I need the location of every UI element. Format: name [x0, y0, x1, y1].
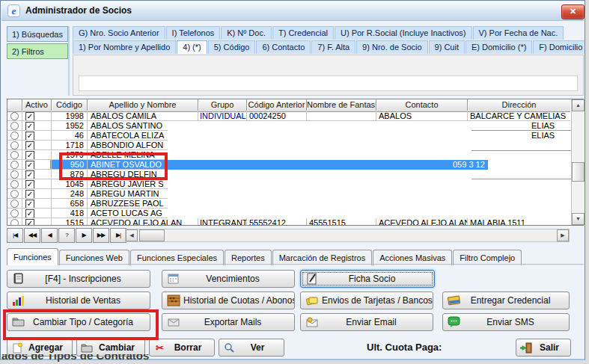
close-icon: ✕ [570, 7, 576, 16]
envios-tarjetas-button[interactable]: Envios de Tarjetas / Bancos [300, 291, 433, 309]
tab-telefonos[interactable]: I) Telefonos [166, 26, 221, 40]
entregar-credencial-label: Entregar Credencial [464, 295, 569, 306]
left-arrow-icon: ◀ [129, 232, 133, 238]
tab-domicilio-cob[interactable]: F) Domicilio Cob. [533, 40, 585, 54]
borrar-label: Borrar [169, 342, 214, 353]
table-row[interactable]: ✓ 1998 ABALOS CAMILA INDIVIDUAL 00024250… [7, 111, 570, 121]
tab-por-fecha-nac[interactable]: V) Por Fecha de Nac. [473, 26, 564, 40]
horizontal-scroll-thumb[interactable] [139, 229, 165, 241]
close-button[interactable]: ✕ [561, 4, 585, 19]
historial-ventas-button[interactable]: Historial de Ventas [7, 291, 150, 309]
vencimientos-button[interactable]: Vencimientos [162, 270, 295, 288]
table-row[interactable]: ✓ 1515 ACEVEDO ALEJO ALAN INTEGRANT 5555… [7, 218, 570, 226]
annotation-box-cambiar-tipo [3, 309, 159, 340]
inscripciones-button[interactable]: [F4] - Inscripciones [7, 270, 150, 288]
exportar-mails-button[interactable]: Exportar Mails [162, 313, 295, 331]
col-direccion[interactable]: Dirección [468, 99, 570, 111]
envelope-icon [167, 316, 180, 328]
tab-funciones[interactable]: Funciones [7, 248, 58, 265]
table-row[interactable]: ✓ 1045 ABREGU JAVIER S [7, 179, 570, 189]
col-codigo[interactable]: Código [52, 99, 88, 111]
col-contacto[interactable]: Contacto [376, 99, 468, 111]
tab-funciones-web[interactable]: Funciones Web [59, 250, 129, 265]
historial-ventas-label: Historial de Ventas [28, 295, 150, 306]
tab-filtros[interactable]: 2) Filtros [7, 43, 68, 59]
nav-next-button[interactable]: ▶ [76, 228, 92, 243]
nav-fast-forward-button[interactable]: ▶▶ [93, 228, 109, 243]
table-row[interactable]: ✓ 1718 ABBONDIO ALFON [7, 141, 570, 150]
col-activo[interactable]: Activo [22, 99, 52, 111]
artifact-line [471, 130, 575, 131]
table-row[interactable]: ✓ 658 ABRUZZESE PAOL [7, 199, 570, 209]
scroll-up-button[interactable]: ▲ [572, 99, 585, 111]
nav-last-button[interactable]: ▶| [110, 228, 126, 243]
record-navigator: |◀ ◀◀ ◀ ? ▶ ▶▶ ▶| ◀ ▶ [7, 228, 584, 243]
vencimientos-label: Vencimientos [183, 274, 294, 284]
table-row[interactable]: ✓ 46 ABATECOLA ELIZA ELIAS [7, 131, 570, 141]
tab-nro-de-socio[interactable]: 9) Nro. de Socio [356, 40, 427, 54]
redraw-artifact-text: ELIAS [531, 131, 555, 140]
scroll-right-button[interactable]: ▶ [557, 229, 569, 241]
window-title: Administrador de Socios [25, 5, 132, 16]
col-apellido-nombre[interactable]: Apellido y Nombre [88, 99, 198, 111]
nav-fast-back-button[interactable]: ◀◀ [24, 228, 40, 243]
tab-nro-socio-anterior[interactable]: G) Nro. Socio Anterior [73, 26, 165, 40]
tab-acciones-masivas[interactable]: Acciones Masivas [373, 250, 452, 265]
tab-contacto[interactable]: 6) Contacto [256, 40, 311, 54]
col-grupo[interactable]: Grupo [198, 99, 247, 111]
radio-icon [10, 161, 19, 169]
col-radio[interactable] [7, 99, 22, 111]
historial-cuotas-button[interactable]: Historial de Cuotas / Abonos [162, 291, 295, 309]
enviar-sms-label: Enviar SMS [464, 317, 569, 327]
nav-first-button[interactable]: |◀ [7, 228, 23, 243]
horizontal-scrollbar[interactable]: ◀ ▶ [125, 229, 570, 242]
tab-credencial[interactable]: T) Credencial [272, 26, 334, 40]
app-icon: e [7, 4, 20, 17]
tab-reportes[interactable]: Reportes [225, 250, 272, 265]
envios-tarjetas-label: Envios de Tarjetas / Bancos [322, 295, 433, 306]
tab-cuit[interactable]: 9) Cuit [429, 40, 465, 54]
radio-icon [10, 170, 19, 179]
tab-f-alta[interactable]: 7) F. Alta [311, 40, 355, 54]
filter-search-input[interactable] [79, 75, 578, 91]
nav-search-button[interactable]: ? [58, 228, 75, 243]
enviar-sms-button[interactable]: Enviar SMS [442, 313, 570, 331]
tab-filtro-complejo[interactable]: Filtro Complejo [453, 250, 522, 265]
col-nombre-fantasia[interactable]: Nombre de Fantasía [307, 99, 376, 111]
salir-button[interactable]: Salir [516, 339, 571, 357]
tab-nro-doc[interactable]: K) Nº Doc. [221, 26, 272, 40]
title-bar[interactable]: e Administrador de Socios ✕ [1, 1, 584, 21]
radio-icon [10, 112, 19, 120]
entregar-credencial-button[interactable]: Entregar Credencial [442, 291, 570, 309]
magnifier-icon [223, 342, 236, 354]
table-row[interactable]: ✓ 248 ABREGU MARTIN [7, 189, 570, 199]
tab-busquedas[interactable]: 1) Búsquedas [7, 26, 68, 42]
vertical-scrollbar[interactable]: ▲ ▼ [571, 99, 585, 225]
up-arrow-icon: ▲ [576, 102, 581, 108]
tab-por-nombre-apellido[interactable]: 1) Por Nombre y Apellido [73, 40, 176, 54]
table-row[interactable]: ✓ 418 ACETO LUCAS AG [7, 209, 570, 218]
tab-panel-border [7, 264, 584, 265]
annotation-box-selected-row [59, 152, 168, 180]
enviar-email-button[interactable]: Enviar Email [300, 313, 433, 331]
scroll-down-button[interactable]: ▼ [572, 213, 585, 225]
tab-funciones-especiales[interactable]: Funciones Especiales [130, 250, 224, 265]
tab-codigo[interactable]: 5) Código [208, 40, 256, 54]
vertical-scroll-thumb[interactable] [572, 162, 585, 182]
cards-icon [305, 294, 319, 306]
scroll-left-button[interactable]: ◀ [126, 229, 138, 241]
direccion-cell: MALABIA 1511 [468, 218, 570, 226]
tab-4-asterisco[interactable]: 4) (*) [177, 40, 207, 54]
tab-marcacion-registros[interactable]: Marcación de Registros [272, 250, 373, 265]
col-codigo-anterior[interactable]: Código Anterior [247, 99, 307, 111]
inscripciones-label: [F4] - Inscripciones [28, 274, 150, 284]
search-tabs-row2: 1) Por Nombre y Apellido4) (*)5) Código6… [73, 40, 585, 55]
row-radio[interactable] [7, 218, 22, 226]
nav-prev-button[interactable]: ◀ [41, 228, 58, 243]
ficha-socio-button[interactable]: Ficha Socio [300, 270, 435, 288]
tab-por-rsocial[interactable]: U) Por R.Social (Incluye Inactivos) [335, 26, 472, 40]
activo-checkbox[interactable]: ✓ [22, 218, 52, 226]
tab-domicilio[interactable]: E) Domicilio (*) [466, 40, 532, 54]
abacus-icon [167, 294, 180, 306]
historial-cuotas-label: Historial de Cuotas / Abonos [183, 295, 294, 306]
